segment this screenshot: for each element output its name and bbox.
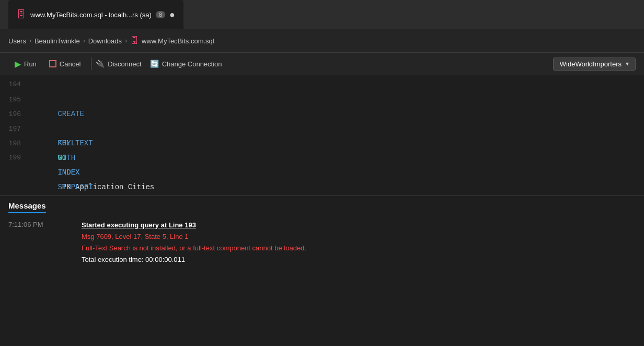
keyword-stoplist: STOPLIST (58, 183, 93, 191)
disconnect-label: Disconnect (108, 60, 141, 68)
breadcrumb-sep-2: › (83, 37, 85, 44)
breadcrumb-downloads[interactable]: Downloads (88, 37, 122, 45)
tab[interactable]: 🗄 www.MyTecBits.com.sql - localh...rs (s… (8, 0, 183, 29)
breadcrumb-users[interactable]: Users (8, 37, 26, 45)
breadcrumb-sep-1: › (29, 37, 31, 44)
breadcrumb-file[interactable]: www.MyTecBits.com.sql (142, 37, 214, 45)
messages-body: 7:11:06 PM Started executing query at Li… (0, 213, 644, 272)
message-error-2: Full-Text Search is not installed, or a … (82, 244, 306, 252)
plug-icon: 🔌 (96, 60, 105, 68)
line-number-195: 195 (0, 93, 31, 107)
tab-unsaved-dot: ● (169, 10, 175, 19)
change-conn-icon: 🔄 (150, 60, 159, 68)
code-line-198: 198 GO (0, 136, 644, 151)
message-line-4: Total execution time: 00:00:00.011 (82, 254, 306, 266)
tab-title: www.MyTecBits.com.sql - localh...rs (sa) (30, 11, 152, 19)
cancel-label: Cancel (60, 60, 80, 68)
message-total: Total execution time: 00:00:00.011 (82, 256, 185, 263)
connection-dropdown[interactable]: WideWorldImporters ▾ (553, 57, 636, 71)
line-number-196: 196 (0, 107, 31, 122)
cancel-icon (49, 60, 56, 67)
code-editor[interactable]: 194 195 CREATE FULLTEXT INDEX ON Applica… (0, 75, 644, 195)
chevron-down-icon: ▾ (626, 60, 629, 67)
line-number-198: 198 (0, 136, 31, 151)
change-connection-button[interactable]: 🔄 Change Connection (150, 60, 222, 68)
disconnect-button[interactable]: 🔌 Disconnect (96, 60, 141, 68)
breadcrumb-bar: Users › BeaulinTwinkle › Downloads › 🗄 w… (0, 29, 644, 52)
message-content: Started executing query at Line 193 Msg … (82, 220, 306, 266)
breadcrumb-sep-3: › (125, 37, 127, 44)
message-error-1: Msg 7609, Level 17, State 5, Line 1 (82, 233, 189, 240)
connection-name: WideWorldImporters (560, 60, 622, 68)
run-label: Run (24, 60, 37, 68)
breadcrumb-beaulintwinkle[interactable]: BeaulinTwinkle (34, 37, 80, 45)
run-button[interactable]: ▶ Run (8, 57, 43, 71)
code-line-195: 195 CREATE FULLTEXT INDEX ON Application… (0, 92, 644, 107)
message-line-1: Started executing query at Line 193 (82, 220, 306, 231)
keyword-go: GO (58, 154, 66, 162)
code-line-197: 197 WITH STOPLIST = SYSTEM; (0, 121, 644, 136)
line-number-197: 197 (0, 122, 31, 136)
message-line-2: Msg 7609, Level 17, State 5, Line 1 (82, 231, 306, 243)
messages-header: Messages (0, 196, 644, 213)
message-timestamp: 7:11:06 PM (8, 220, 61, 266)
toolbar-divider (91, 57, 91, 70)
toolbar: ▶ Run Cancel 🔌 Disconnect 🔄 Change Conne… (0, 52, 644, 75)
db-icon: 🗄 (17, 9, 26, 20)
code-line-196: 196 KEY INDEX PK_Application_Cities (0, 107, 644, 121)
change-connection-label: Change Connection (162, 60, 222, 68)
message-line-3: Full-Text Search is not installed, or a … (82, 243, 306, 254)
code-content-198: GO (31, 136, 644, 180)
run-icon: ▶ (15, 59, 21, 69)
message-started: Started executing query at Line 193 (82, 221, 196, 229)
messages-title: Messages (8, 201, 46, 213)
cancel-button[interactable]: Cancel (43, 58, 87, 70)
line-number-194: 194 (0, 77, 31, 92)
code-line-194: 194 (0, 77, 644, 92)
line-number-199: 199 (0, 151, 31, 165)
tab-badge: 8 (156, 11, 165, 18)
messages-panel: Messages 7:11:06 PM Started executing qu… (0, 196, 644, 272)
title-bar: 🗄 www.MyTecBits.com.sql - localh...rs (s… (0, 0, 644, 29)
breadcrumb-db-icon: 🗄 (130, 36, 139, 45)
